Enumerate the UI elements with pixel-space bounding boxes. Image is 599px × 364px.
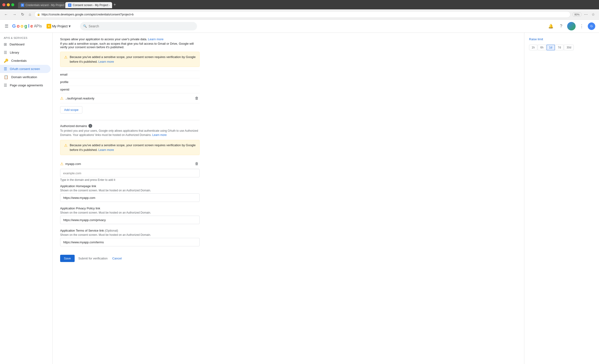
user-avatar[interactable]: G: [588, 22, 595, 30]
scopes-note: If you add a sensitive scope, such as sc…: [60, 42, 200, 49]
domains-warning-banner: ⚠ Because you've added a sensitive scope…: [60, 140, 200, 155]
save-button[interactable]: Save: [60, 255, 75, 262]
scope-gmail-name: ../auth/gmail.readonly: [65, 97, 192, 100]
sidebar-label-page-usage: Page usage agreements: [10, 84, 43, 87]
close-traffic-light[interactable]: [2, 3, 5, 6]
add-scope-button[interactable]: Add scope: [60, 106, 82, 113]
scope-row-gmail: ⚠ ../auth/gmail.readonly 🗑: [60, 93, 200, 104]
project-name: My Project: [52, 24, 68, 28]
scopes-learn-more-link[interactable]: Learn more: [148, 37, 163, 41]
browser-tab-2[interactable]: G Consent screen - My Project - ✕: [65, 2, 112, 8]
logo-e: e: [30, 23, 33, 29]
back-button[interactable]: ←: [3, 11, 9, 17]
time-tab-1d[interactable]: 1d: [546, 45, 555, 50]
browser-tab-1[interactable]: G Credentials wizard - My Project ✕: [18, 2, 65, 8]
right-panel: Raise limit 1h 6h 1d 7d 30d: [524, 33, 599, 364]
scope-gmail-warning-icon: ⚠: [60, 96, 63, 101]
submit-for-verification-button[interactable]: Submit for verification: [78, 255, 109, 262]
sidebar-label-library: Library: [10, 51, 19, 54]
time-tab-30d[interactable]: 30d: [564, 45, 574, 50]
scopes-description: Scopes allow your application to access …: [60, 37, 200, 41]
browser-menu-button[interactable]: ⋯: [583, 11, 589, 17]
main-layout: APIs & Services ⊞ Dashboard ☰ Library 🔑 …: [0, 33, 599, 364]
more-options-button[interactable]: ⋮: [577, 22, 586, 30]
app-header: ☰ Google APIs ★ My Project ▾ 🔍 🔔 ? ⋮ G: [0, 20, 599, 33]
sidebar: APIs & Services ⊞ Dashboard ☰ Library 🔑 …: [0, 33, 53, 364]
page-usage-icon: ☰: [4, 83, 7, 87]
search-input[interactable]: [89, 24, 194, 28]
cancel-button[interactable]: Cancel: [111, 255, 123, 262]
header-search[interactable]: 🔍: [80, 22, 197, 30]
main-content: Scopes allow your application to access …: [53, 33, 524, 364]
address-bar[interactable]: 🔒 https://console.developers.google.com/…: [34, 11, 571, 18]
logo-g2: g: [24, 23, 27, 29]
zoom-level[interactable]: 80%: [572, 12, 582, 17]
minimize-traffic-light[interactable]: [7, 3, 10, 6]
time-tab-1h[interactable]: 1h: [529, 45, 537, 50]
sidebar-item-credentials[interactable]: 🔑 Credentials: [0, 57, 51, 65]
action-bar: Save Submit for verification Cancel: [60, 251, 200, 266]
time-tabs: 1h 6h 1d 7d 30d: [529, 45, 594, 50]
domains-warning-learn-more[interactable]: Learn more: [98, 148, 114, 152]
tos-link-input[interactable]: [60, 238, 200, 246]
tab1-favicon: G: [21, 3, 24, 7]
new-tab-button[interactable]: +: [113, 1, 117, 8]
project-icon: ★: [47, 24, 51, 28]
scope-gmail-delete-button[interactable]: 🗑: [194, 95, 200, 101]
hamburger-menu[interactable]: ☰: [4, 23, 9, 30]
project-selector[interactable]: ★ My Project ▾: [45, 23, 72, 30]
homepage-link-label: Application Homepage link: [60, 184, 200, 188]
domain-input-hint: Type in the domain and press Enter to ad…: [60, 178, 200, 182]
dashboard-icon: ⊞: [4, 42, 7, 47]
sidebar-item-domain[interactable]: 📋 Domain verification: [0, 73, 51, 81]
time-tab-6h[interactable]: 6h: [538, 45, 546, 50]
privacy-link-field: Application Privacy Policy link Shown on…: [60, 207, 200, 224]
domain-delete-button[interactable]: 🗑: [194, 161, 200, 167]
header-right-icons: 🔔 ? ⋮ G: [546, 22, 595, 30]
authorized-domains-desc-text: To protect you and your users, Google on…: [60, 129, 198, 137]
time-tab-7d[interactable]: 7d: [555, 45, 564, 50]
bookmark-button[interactable]: ☆: [590, 11, 596, 17]
domain-input-container: Type in the domain and press Enter to ad…: [60, 169, 200, 182]
scopes-warning-text: Because you've added a sensitive scope, …: [70, 55, 196, 64]
scope-row-openid: openid: [60, 86, 200, 93]
sidebar-item-library[interactable]: ☰ Library: [0, 48, 51, 57]
forward-button[interactable]: →: [11, 11, 18, 17]
scopes-warning-learn-more[interactable]: Learn more: [98, 60, 114, 63]
sidebar-item-oauth[interactable]: ☰ OAuth consent screen: [0, 65, 51, 73]
scopes-warning-banner: ⚠ Because you've added a sensitive scope…: [60, 52, 200, 67]
google-apis-logo: Google APIs: [12, 23, 42, 29]
sidebar-label-oauth: OAuth consent screen: [10, 67, 40, 71]
maximize-traffic-light[interactable]: [11, 3, 14, 6]
scopes-desc-text: Scopes allow your application to access …: [60, 37, 147, 41]
browser-toolbar: ← → ↻ ⌂ 🔒 https://console.developers.goo…: [0, 9, 599, 20]
domain-input[interactable]: [60, 169, 200, 177]
tab2-title: Consent screen - My Project -: [73, 3, 110, 7]
settings-button[interactable]: [567, 22, 576, 30]
domains-warning-message: Because you've added a sensitive scope, …: [70, 143, 196, 152]
sidebar-item-page-usage[interactable]: ☰ Page usage agreements: [0, 81, 51, 89]
privacy-link-label: Application Privacy Policy link: [60, 207, 200, 210]
privacy-link-input[interactable]: [60, 216, 200, 224]
scope-row-email: email: [60, 71, 200, 78]
raise-limit-link[interactable]: Raise limit: [529, 37, 594, 41]
domains-warning-text: Because you've added a sensitive scope, …: [70, 143, 196, 152]
reload-button[interactable]: ↻: [20, 11, 26, 17]
homepage-link-input[interactable]: [60, 193, 200, 202]
authorized-domains-learn-more[interactable]: Learn more: [152, 133, 167, 137]
home-button[interactable]: ⌂: [27, 11, 33, 17]
notification-button[interactable]: 🔔: [546, 22, 555, 30]
divider-1: [60, 120, 200, 120]
help-button[interactable]: ?: [557, 22, 565, 30]
logo-o2: o: [21, 23, 23, 29]
library-icon: ☰: [4, 50, 7, 55]
tab2-favicon: G: [68, 3, 71, 7]
domains-warning-icon: ⚠: [64, 143, 67, 152]
authorized-domains-info-icon[interactable]: i: [88, 124, 92, 128]
browser-tabs: G Credentials wizard - My Project ✕ G Co…: [18, 1, 117, 8]
search-icon: 🔍: [83, 24, 87, 28]
authorized-domains-desc: To protect you and your users, Google on…: [60, 129, 200, 137]
url-text: https://console.developers.google.com/ap…: [42, 13, 568, 16]
sidebar-item-dashboard[interactable]: ⊞ Dashboard: [0, 40, 51, 48]
tos-optional-label: (Optional): [105, 229, 118, 232]
